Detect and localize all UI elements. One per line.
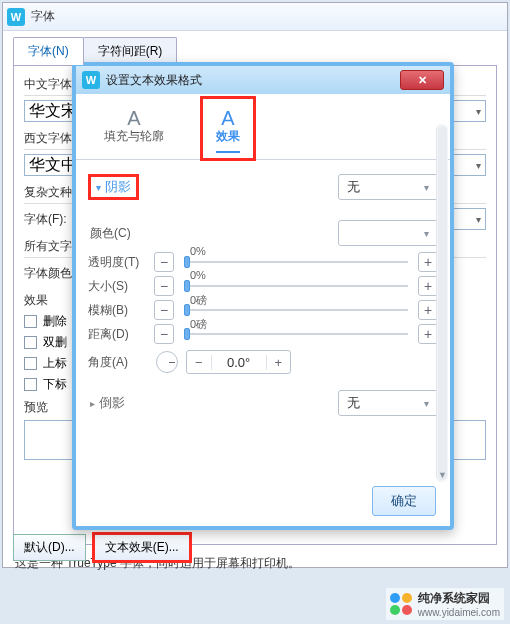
scroll-thumb[interactable] xyxy=(438,126,447,480)
watermark-brand: 纯净系统家园 xyxy=(418,590,500,607)
angle-minus-button[interactable]: − xyxy=(187,355,211,370)
blur-plus-button[interactable]: + xyxy=(418,300,438,320)
chevron-down-icon: ▾ xyxy=(476,106,481,117)
chevron-down-icon: ▾ xyxy=(424,398,429,409)
opacity-slider[interactable]: 0% xyxy=(184,261,408,263)
dialog-scrollbar[interactable]: ▲ ▼ xyxy=(436,124,448,482)
close-icon: ✕ xyxy=(418,74,427,87)
slider-handle[interactable] xyxy=(184,256,190,268)
dialog-tabs: A 填充与轮廓 A 效果 xyxy=(86,98,440,159)
ok-area: 确定 xyxy=(372,486,436,516)
window-title: 字体 xyxy=(31,8,55,25)
chevron-down-icon: ▾ xyxy=(476,160,481,171)
text-effect-dialog: W 设置文本效果格式 ✕ A 填充与轮廓 A 效果 ▾ 阴影 无▾ 颜色 xyxy=(72,62,454,530)
default-button[interactable]: 默认(D)... xyxy=(13,534,86,561)
distance-value: 0磅 xyxy=(190,317,207,332)
ok-button[interactable]: 确定 xyxy=(372,486,436,516)
label-sup: 上标 xyxy=(43,355,67,372)
opacity-row: 透明度(T) − 0% + xyxy=(88,252,438,272)
blur-label: 模糊(B) xyxy=(88,302,148,319)
text-fill-icon: A xyxy=(127,108,140,128)
distance-slider[interactable]: 0磅 xyxy=(184,333,408,335)
scroll-down-icon[interactable]: ▼ xyxy=(437,470,448,482)
label-sub: 下标 xyxy=(43,376,67,393)
blur-minus-button[interactable]: − xyxy=(154,300,174,320)
angle-spinner[interactable]: − 0.0° + xyxy=(186,350,291,374)
opacity-value: 0% xyxy=(190,245,206,257)
checkbox-sub[interactable] xyxy=(24,378,37,391)
blur-value: 0磅 xyxy=(190,293,207,308)
bottom-left-buttons: 默认(D)... 文本效果(E)... xyxy=(13,534,190,561)
cn-font-value: 华文宋 xyxy=(29,101,77,122)
text-effect-button[interactable]: 文本效果(E)... xyxy=(94,534,190,561)
checkbox-strike[interactable] xyxy=(24,315,37,328)
shadow-section-header[interactable]: ▾ 阴影 xyxy=(90,176,137,198)
divider xyxy=(76,159,450,160)
shadow-preset-value: 无 xyxy=(347,178,360,196)
blur-row: 模糊(B) − 0磅 + xyxy=(88,300,438,320)
angle-label: 角度(A) xyxy=(88,354,148,371)
shadow-section-label: 阴影 xyxy=(105,178,131,196)
angle-row: 角度(A) − 0.0° + xyxy=(88,350,438,374)
color-label: 颜色(C) xyxy=(90,225,150,242)
watermark-url: www.yidaimei.com xyxy=(418,607,500,618)
opacity-plus-button[interactable]: + xyxy=(418,252,438,272)
tab-effect-label: 效果 xyxy=(216,128,240,153)
angle-value: 0.0° xyxy=(211,355,267,370)
opacity-minus-button[interactable]: − xyxy=(154,252,174,272)
tab-effect[interactable]: A 效果 xyxy=(202,98,254,159)
size-row: 大小(S) − 0% + xyxy=(88,276,438,296)
text-effect-icon: A xyxy=(221,108,234,128)
angle-plus-button[interactable]: + xyxy=(267,355,291,370)
reflect-preset-select[interactable]: 无▾ xyxy=(338,390,438,416)
watermark: 纯净系统家园 www.yidaimei.com xyxy=(386,588,504,620)
tab-fill-outline[interactable]: A 填充与轮廓 xyxy=(90,98,178,159)
triangle-down-icon: ▾ xyxy=(96,182,101,193)
label-strike: 删除 xyxy=(43,313,67,330)
tab-spacing[interactable]: 字符间距(R) xyxy=(83,37,178,65)
dialog-title: 设置文本效果格式 xyxy=(106,72,394,89)
dialog-titlebar: W 设置文本效果格式 ✕ xyxy=(76,66,450,94)
size-value: 0% xyxy=(190,269,206,281)
distance-minus-button[interactable]: − xyxy=(154,324,174,344)
opacity-label: 透明度(T) xyxy=(88,254,148,271)
bottom-right-buttons xyxy=(441,537,495,561)
en-font-value: 华文中 xyxy=(29,155,77,176)
size-label: 大小(S) xyxy=(88,278,148,295)
main-tabs: 字体(N) 字符间距(R) xyxy=(3,31,507,65)
chevron-down-icon: ▾ xyxy=(424,228,429,239)
app-icon: W xyxy=(7,8,25,26)
reflect-section-label: 倒影 xyxy=(99,394,125,412)
size-plus-button[interactable]: + xyxy=(418,276,438,296)
shadow-color-select[interactable]: ▾ xyxy=(338,220,438,246)
distance-plus-button[interactable]: + xyxy=(418,324,438,344)
chevron-down-icon: ▾ xyxy=(476,214,481,225)
distance-row: 距离(D) − 0磅 + xyxy=(88,324,438,344)
tab-fill-label: 填充与轮廓 xyxy=(104,128,164,151)
slider-handle[interactable] xyxy=(184,280,190,292)
reflect-preset-value: 无 xyxy=(347,394,360,412)
tab-font[interactable]: 字体(N) xyxy=(13,37,84,65)
angle-dial[interactable] xyxy=(156,351,178,373)
titlebar: W 字体 xyxy=(3,3,507,31)
size-minus-button[interactable]: − xyxy=(154,276,174,296)
triangle-right-icon: ▸ xyxy=(90,398,95,409)
close-button[interactable]: ✕ xyxy=(400,70,444,90)
size-slider[interactable]: 0% xyxy=(184,285,408,287)
chevron-down-icon: ▾ xyxy=(424,182,429,193)
dialog-body: A 填充与轮廓 A 效果 ▾ 阴影 无▾ 颜色(C) ▾ 透明 xyxy=(76,94,450,526)
shadow-preset-select[interactable]: 无▾ xyxy=(338,174,438,200)
label-dblstrike: 双删 xyxy=(43,334,67,351)
checkbox-dblstrike[interactable] xyxy=(24,336,37,349)
reflect-section-header[interactable]: ▸ 倒影 xyxy=(90,394,125,412)
blur-slider[interactable]: 0磅 xyxy=(184,309,408,311)
distance-label: 距离(D) xyxy=(88,326,148,343)
app-icon: W xyxy=(82,71,100,89)
checkbox-sup[interactable] xyxy=(24,357,37,370)
watermark-icon xyxy=(390,593,412,615)
